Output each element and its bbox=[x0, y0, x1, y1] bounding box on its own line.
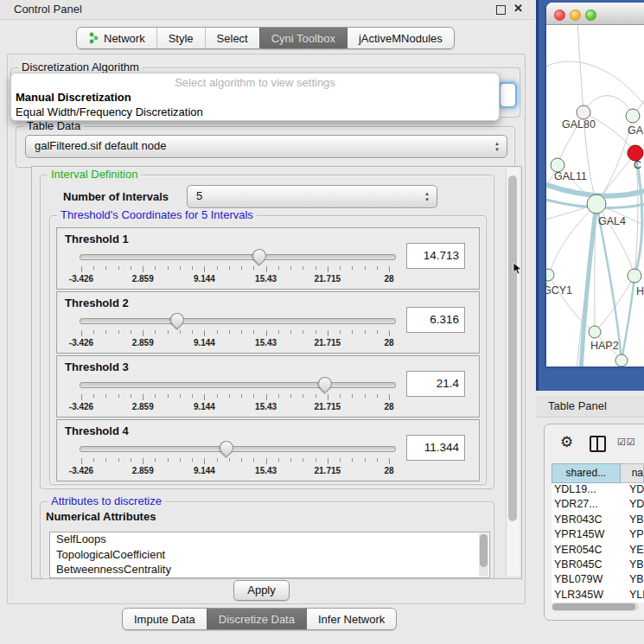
tab-label: Network bbox=[104, 32, 145, 45]
mouse-cursor bbox=[513, 262, 523, 276]
slider-thumb-icon[interactable] bbox=[316, 374, 335, 394]
table-row[interactable]: YDL19...YDL1 bbox=[552, 483, 644, 498]
network-edge[interactable] bbox=[583, 96, 633, 116]
close-icon[interactable]: ✕ bbox=[513, 2, 523, 15]
slider-track[interactable] bbox=[80, 318, 396, 324]
column-header-shared-name[interactable]: shared... bbox=[552, 463, 621, 483]
network-edge[interactable] bbox=[622, 276, 634, 360]
threshold-slider[interactable]: -3.4262.8599.14415.4321.71528 bbox=[73, 311, 401, 349]
table-row[interactable]: YBR045CYBR0 bbox=[552, 558, 644, 573]
cell-name[interactable]: YBR0 bbox=[627, 513, 644, 528]
table-row[interactable]: YBL079WYBL0 bbox=[552, 573, 644, 588]
threshold-value-field[interactable]: 14.713 bbox=[406, 243, 465, 269]
cell-name[interactable]: YER0 bbox=[627, 544, 644, 558]
network-node-h[interactable] bbox=[628, 269, 641, 283]
cell-name[interactable]: YBL0 bbox=[627, 573, 644, 588]
cell-name[interactable]: YDR2 bbox=[627, 498, 644, 513]
cell-name[interactable]: YPR1 bbox=[627, 528, 644, 543]
node-table[interactable]: shared... na YDL19...YDL1YDR27...YDR2YBR… bbox=[552, 463, 644, 603]
close-traffic-light[interactable] bbox=[554, 10, 565, 21]
table-row[interactable]: YPR145WYPR1 bbox=[552, 528, 644, 543]
network-edge[interactable] bbox=[577, 25, 583, 112]
cell-shared-name[interactable]: YER054C bbox=[552, 544, 627, 558]
tick-label: 21.715 bbox=[315, 274, 341, 284]
tab-infer-network[interactable]: Infer Network bbox=[306, 609, 396, 629]
slider-thumb-icon[interactable] bbox=[217, 438, 237, 458]
settings-vertical-scrollbar[interactable] bbox=[506, 168, 520, 576]
network-node-gcy1[interactable] bbox=[546, 269, 554, 281]
numerical-attributes-list[interactable]: SelfLoopsTopologicalCoefficientBetweenne… bbox=[49, 532, 490, 578]
table-row[interactable]: YLR345WYLR3 bbox=[552, 589, 644, 603]
slider-track[interactable] bbox=[80, 382, 396, 388]
scrollbar-thumb[interactable] bbox=[508, 175, 517, 521]
tab-cyni-toolbox[interactable]: Cyni Toolbox bbox=[259, 28, 347, 48]
network-node-gal4[interactable] bbox=[587, 194, 606, 214]
gear-icon[interactable]: ⚙ bbox=[560, 433, 573, 451]
cell-shared-name[interactable]: YBR045C bbox=[552, 558, 627, 573]
cell-name[interactable]: YLR3 bbox=[627, 589, 644, 603]
slider-thumb-icon[interactable] bbox=[250, 246, 270, 266]
attribute-list-item[interactable]: SelfLoops bbox=[50, 532, 489, 548]
network-window-titlebar[interactable] bbox=[546, 3, 644, 25]
cell-shared-name[interactable]: YDL19... bbox=[552, 483, 627, 498]
tab-style[interactable]: Style bbox=[156, 28, 205, 48]
cell-name[interactable]: YBR0 bbox=[627, 558, 644, 573]
tab-select[interactable]: Select bbox=[205, 28, 259, 48]
cell-shared-name[interactable]: YPR145W bbox=[552, 528, 627, 543]
dropdown-option-manual[interactable]: Manual Discretization bbox=[16, 91, 131, 104]
threshold-slider[interactable]: -3.4262.8599.14415.4321.71528 bbox=[73, 247, 401, 285]
threshold-slider[interactable]: -3.4262.8599.14415.4321.71528 bbox=[73, 375, 401, 413]
cell-shared-name[interactable]: YBL079W bbox=[552, 573, 627, 588]
column-layout-icon[interactable] bbox=[590, 436, 606, 452]
network-edge[interactable] bbox=[546, 61, 644, 105]
apply-button[interactable]: Apply bbox=[233, 580, 290, 601]
float-window-icon[interactable] bbox=[496, 5, 506, 15]
algorithm-combobox-button[interactable] bbox=[499, 82, 517, 108]
tab-network[interactable]: Network bbox=[77, 28, 156, 48]
cell-shared-name[interactable]: YDR27... bbox=[552, 498, 627, 513]
select-columns-icon[interactable]: ☑☑ bbox=[617, 437, 636, 448]
tick-label: 28 bbox=[384, 466, 393, 475]
attribute-list-item[interactable]: TopologicalCoefficient bbox=[50, 548, 489, 564]
cell-shared-name[interactable]: YBR043C bbox=[552, 513, 627, 528]
network-edge[interactable] bbox=[546, 275, 549, 328]
minimize-traffic-light[interactable] bbox=[570, 10, 581, 21]
table-row[interactable]: YDR27...YDR2 bbox=[552, 498, 644, 513]
table-data-combobox[interactable]: galFiltered.sif default node ▴▾ bbox=[25, 135, 507, 158]
main-tabbar: NetworkStyleSelectCyni ToolboxjActiveMNo… bbox=[76, 27, 455, 49]
list-vertical-scrollbar[interactable] bbox=[479, 533, 488, 577]
scrollbar-thumb[interactable] bbox=[552, 603, 635, 610]
threshold-value-field[interactable]: 6.316 bbox=[406, 307, 465, 333]
table-horizontal-scrollbar[interactable] bbox=[552, 603, 639, 611]
discretization-algorithm-title: Discretization Algorithm bbox=[18, 61, 143, 73]
network-node-gal80[interactable] bbox=[577, 105, 590, 119]
tab-label: Discretize Data bbox=[219, 613, 295, 626]
attribute-list-item[interactable]: BetweennessCentrality bbox=[50, 563, 489, 578]
zoom-traffic-light[interactable] bbox=[585, 10, 596, 21]
tab-discretize-data[interactable]: Discretize Data bbox=[207, 609, 306, 629]
table-row[interactable]: YBR043CYBR0 bbox=[552, 513, 644, 528]
network-node-hap2[interactable] bbox=[589, 326, 601, 338]
tab-impute-data[interactable]: Impute Data bbox=[123, 609, 207, 629]
network-canvas[interactable]: GAL80GACGAL11GAL4GCY1HHAP2 bbox=[546, 25, 644, 367]
threshold-value-field[interactable]: 21.4 bbox=[406, 371, 465, 397]
scrollbar-thumb[interactable] bbox=[480, 534, 488, 567]
cell-shared-name[interactable]: YLR345W bbox=[552, 589, 627, 603]
network-edge[interactable] bbox=[546, 182, 644, 196]
threshold-value-field[interactable]: 11.344 bbox=[406, 435, 465, 461]
table-row[interactable]: YER054CYER0 bbox=[552, 544, 644, 558]
slider-track[interactable] bbox=[80, 254, 396, 260]
number-of-intervals-spinner[interactable]: 5 ▴▾ bbox=[187, 185, 437, 208]
network-node-ga[interactable] bbox=[626, 109, 640, 123]
slider-thumb-icon[interactable] bbox=[168, 310, 188, 330]
cell-name[interactable]: YDL1 bbox=[627, 483, 644, 498]
node-label: GAL80 bbox=[562, 118, 596, 131]
threshold-slider[interactable]: -3.4262.8599.14415.4321.71528 bbox=[73, 439, 401, 477]
interval-definition-title: Interval Definition bbox=[48, 169, 141, 181]
network-node[interactable] bbox=[615, 354, 628, 367]
column-header-name[interactable]: na bbox=[621, 463, 644, 483]
network-edge[interactable] bbox=[596, 204, 622, 360]
slider-track[interactable] bbox=[80, 446, 396, 452]
tab-jactivemnodules[interactable]: jActiveMNodules bbox=[347, 28, 454, 48]
dropdown-option-equal-width[interactable]: Equal Width/Frequency Discretization bbox=[16, 105, 203, 118]
